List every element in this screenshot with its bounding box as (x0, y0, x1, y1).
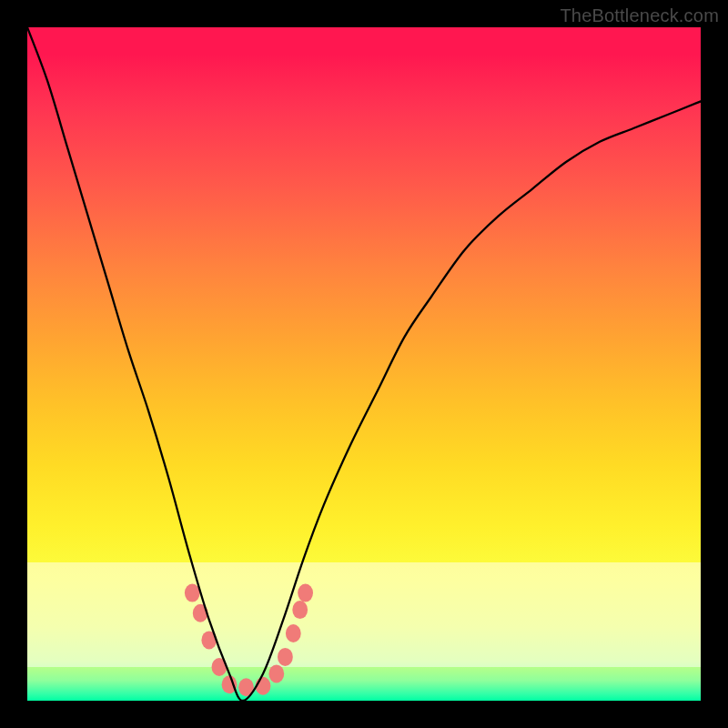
watermark-text: TheBottleneck.com (560, 5, 719, 26)
chart-root: TheBottleneck.com (0, 0, 728, 728)
threshold-marker (298, 584, 313, 602)
plot-area (27, 27, 701, 701)
curve-layer (27, 27, 701, 701)
threshold-marker (278, 648, 293, 666)
threshold-marker (292, 601, 308, 619)
threshold-marker (268, 664, 284, 682)
threshold-marker (286, 624, 301, 642)
threshold-marker (185, 584, 200, 602)
bottleneck-curve (27, 27, 701, 701)
